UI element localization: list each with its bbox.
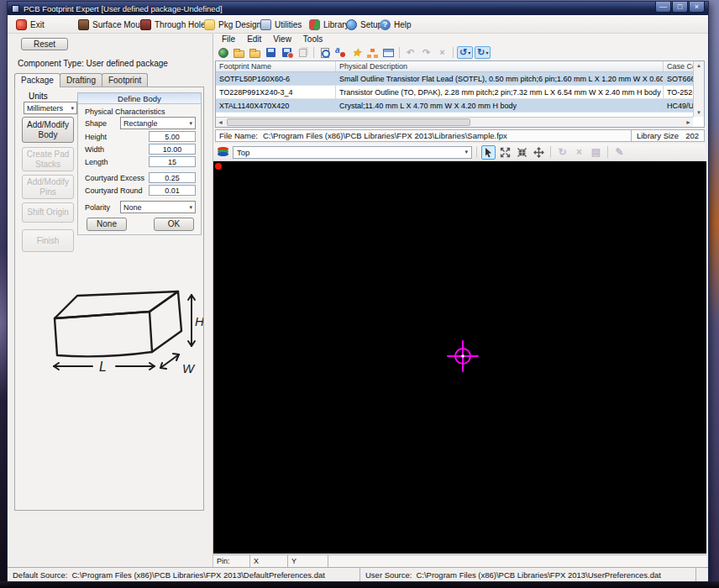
pan-tool-button[interactable] [532, 145, 546, 160]
tab-package[interactable]: Package [14, 73, 60, 87]
save-as-button[interactable] [280, 46, 294, 59]
through-hole-button[interactable]: Through Hole [140, 18, 206, 31]
toolbar-separator [550, 146, 551, 158]
window-icon [383, 49, 394, 57]
measure-button[interactable]: ✎ [612, 145, 627, 160]
help-icon: ? [380, 19, 391, 30]
rename-button[interactable] [333, 46, 348, 59]
undo-history-button[interactable]: ↺ ▾ [457, 46, 473, 59]
menu-bar: File Edit View Tools [213, 34, 708, 45]
layer-dropdown[interactable]: Top ▾ [233, 146, 472, 159]
refresh-button[interactable]: ↻ [555, 145, 569, 160]
menu-file[interactable]: File [218, 34, 244, 44]
delete-icon: × [576, 146, 582, 158]
favorites-button[interactable]: ★ [349, 46, 364, 59]
ok-button[interactable]: OK [154, 218, 194, 231]
close-button[interactable]: × [689, 2, 705, 13]
length-dim-label: L [99, 360, 107, 374]
organize-button[interactable] [365, 46, 380, 59]
column-footprint-name[interactable]: Footprint Name [216, 61, 336, 71]
menu-view[interactable]: View [270, 34, 300, 44]
toolbar-separator [399, 47, 400, 58]
height-input[interactable]: 5.00 [149, 131, 196, 142]
layer-stack-button[interactable]: ▤ [589, 145, 603, 160]
table-row[interactable]: SOTFL50P160X60-6 Small Outline Transisto… [216, 72, 704, 86]
open-library-folder-icon [249, 50, 260, 58]
units-label: Units [29, 92, 48, 101]
library-button[interactable]: Library [309, 18, 349, 31]
scroll-right-icon[interactable]: ► [685, 119, 691, 125]
refresh-icon: ↻ [558, 146, 566, 158]
courtyard-excess-input[interactable]: 0.25 [149, 172, 196, 183]
open-file-button[interactable] [232, 46, 246, 59]
scroll-left-icon[interactable]: ◄ [218, 119, 223, 125]
shape-dropdown[interactable]: Rectangle ▾ [120, 117, 196, 129]
preview-icon [321, 48, 329, 58]
add-modify-pins-button[interactable]: Add/Modify Pins [22, 175, 74, 199]
table-horizontal-scrollbar[interactable]: ◄ ► [216, 117, 693, 127]
minimize-button[interactable]: — [655, 2, 671, 13]
units-dropdown[interactable]: Millimeters ▾ [24, 102, 77, 114]
undo-button[interactable]: ↶ [403, 46, 417, 59]
menu-edit[interactable]: Edit [244, 34, 270, 44]
design-canvas[interactable] [213, 161, 706, 554]
length-label: Length [85, 158, 108, 166]
viewer-window-button[interactable] [381, 46, 396, 59]
zoom-window-button[interactable] [515, 145, 529, 160]
table-row[interactable]: XTAL1140X470X420 Crystal;11.40 mm L X 4.… [216, 99, 704, 113]
import-world-button[interactable] [216, 46, 230, 59]
delete-object-button[interactable]: × [572, 145, 586, 160]
delete-button[interactable]: × [435, 46, 449, 59]
shift-origin-button[interactable]: Shift Origin [22, 202, 74, 223]
tab-footprint[interactable]: Footprint [102, 73, 148, 87]
redo-history-button[interactable]: ↻ ▾ [475, 46, 491, 59]
pkg-designer-button[interactable]: Pkg Designer [204, 18, 269, 31]
chevron-down-icon: ▾ [485, 50, 488, 55]
open-library-button[interactable] [248, 46, 262, 59]
column-physical-description[interactable]: Physical Description [336, 61, 664, 71]
help-button[interactable]: ? Help [380, 18, 412, 31]
copy-button[interactable] [296, 46, 310, 59]
courtyard-round-input[interactable]: 0.01 [149, 185, 196, 196]
zoom-extents-button[interactable] [498, 145, 512, 160]
reset-button[interactable]: Reset [21, 38, 68, 50]
save-button[interactable] [264, 46, 278, 59]
toolbar-separator [476, 146, 477, 158]
finish-button[interactable]: Finish [22, 229, 74, 252]
add-modify-body-button[interactable]: Add/Modify Body [22, 117, 74, 143]
select-tool-button[interactable] [481, 145, 496, 160]
utilities-button[interactable]: Utilities [260, 18, 302, 31]
surface-mount-button[interactable]: Surface Mount [78, 18, 147, 31]
maximize-button[interactable]: □ [672, 2, 688, 13]
width-input[interactable]: 10.00 [149, 144, 196, 155]
user-source-path: C:\Program Files (x86)\PCB Libraries\FPX… [416, 570, 660, 580]
exit-button[interactable]: Exit [16, 18, 45, 31]
default-source-panel: Default Source: C:\Program Files (x86)\P… [8, 568, 360, 581]
length-input[interactable]: 15 [149, 156, 196, 167]
table-row[interactable]: TO228P991X240-3_4 Transistor Outline (TO… [216, 86, 704, 99]
height-dim-label: H [195, 314, 203, 328]
file-toolbar: ★ ↶ ↷ × ↺ ▾ ↻ ▾ [213, 45, 708, 60]
setup-button[interactable]: Setup [346, 18, 382, 31]
polarity-dropdown[interactable]: None ▾ [120, 201, 196, 213]
title-bar[interactable]: PCB Footprint Expert [User defined packa… [8, 2, 708, 15]
pin-bar-spacer [328, 555, 706, 567]
component-type-label: Component Type: User defined package [18, 59, 168, 68]
tab-drafting[interactable]: Drafting [60, 73, 102, 87]
scroll-up-icon[interactable]: ▲ [696, 63, 701, 68]
menu-tools[interactable]: Tools [300, 34, 331, 44]
layer-stack-icon: ▤ [591, 146, 601, 158]
none-button[interactable]: None [87, 218, 127, 231]
rename-icon [335, 47, 346, 58]
table-vertical-scrollbar[interactable]: ▲ ▼ [693, 61, 704, 117]
scrollbar-thumb[interactable] [227, 118, 470, 126]
desktop-taskbar-strip [0, 581, 719, 588]
height-label: Height [85, 133, 107, 141]
org-chart-icon [370, 49, 375, 52]
create-pad-stacks-button[interactable]: Create Pad Stacks [22, 147, 74, 171]
shape-label: Shape [85, 119, 107, 128]
redo-button[interactable]: ↷ [419, 46, 433, 59]
scroll-down-icon[interactable]: ▼ [696, 110, 701, 115]
preview-button[interactable] [318, 46, 332, 59]
x-coordinate-label: X [250, 555, 288, 567]
